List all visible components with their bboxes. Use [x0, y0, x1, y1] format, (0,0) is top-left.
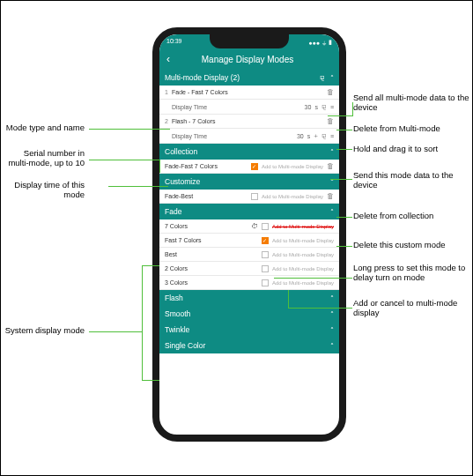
mode-name: Fast 7 Colors: [165, 237, 202, 243]
plus-icon[interactable]: +: [314, 132, 318, 140]
section-title: Single Color: [165, 341, 205, 350]
callout-line: [288, 290, 289, 308]
section-title: Collection: [165, 147, 197, 156]
fade-item-1[interactable]: 7 Colors ⏱ Add to Multi-mode Display: [159, 219, 339, 234]
time-value: 30: [305, 104, 312, 110]
mode-name: Flash - 7 Colors: [172, 118, 215, 124]
annotation: Serial number in multi-mode, up to 10: [1, 149, 85, 168]
callout-line: [336, 246, 352, 247]
multi-item-1-time[interactable]: Display Time 30 s ⚼ ≡: [159, 100, 339, 115]
drag-handle-icon[interactable]: ≡: [330, 133, 334, 139]
callout-line: [330, 179, 352, 180]
annotation: Delete from Multi-mode: [353, 124, 440, 134]
checkbox[interactable]: [262, 251, 269, 258]
callout-line: [336, 130, 352, 130]
wifi-icon: ⏚: [322, 40, 326, 46]
delete-icon[interactable]: 🗑: [327, 162, 334, 170]
bluetooth-icon[interactable]: ⚼: [321, 102, 327, 111]
chevron-up-icon[interactable]: ˄: [330, 310, 334, 318]
annotation: Send this mode data to the device: [353, 171, 472, 190]
mode-name: 3 Colors: [165, 279, 188, 286]
customize-item[interactable]: Fade-Best Add to Multi-mode Display 🗑: [159, 190, 339, 204]
hint-text: Add to Multi-mode Display: [262, 164, 323, 169]
callout-line: [328, 115, 352, 116]
delete-icon[interactable]: 🗑: [327, 192, 334, 200]
hint-text: Add to Multi-mode Display: [262, 194, 323, 199]
chevron-up-icon[interactable]: ˄: [330, 74, 334, 82]
time-unit: s: [314, 104, 318, 110]
time-value: 30: [297, 133, 304, 139]
annotation: Delete this custom mode: [353, 241, 446, 250]
section-customize[interactable]: Customize ˄: [159, 174, 339, 190]
hint-text: Add to Multi-mode Display: [272, 266, 334, 271]
section-collection[interactable]: Collection ˄: [159, 144, 339, 160]
status-time: 10:39: [166, 38, 182, 47]
callout-line: [336, 149, 352, 150]
delete-icon[interactable]: 🗑: [327, 88, 334, 96]
time-label: Display Time: [172, 133, 207, 139]
notch: [210, 34, 289, 48]
battery-icon: ▮: [329, 39, 332, 46]
time-unit: s: [307, 133, 311, 139]
callout-line: [159, 160, 160, 173]
checkbox[interactable]: [262, 279, 269, 286]
checkbox[interactable]: [251, 193, 258, 200]
serial-number: 2: [165, 118, 172, 124]
chevron-up-icon[interactable]: ˄: [330, 342, 334, 350]
callout-line: [274, 278, 352, 279]
annotation: Add or cancel to multi-mode display: [353, 299, 472, 318]
checkbox[interactable]: [262, 223, 269, 230]
section-title: Flash: [165, 294, 183, 302]
checkbox[interactable]: [251, 163, 258, 170]
annotation: Long press to set this mode to delay tur…: [353, 264, 472, 283]
multi-item-1[interactable]: 1 Fade - Fast 7 Colors 🗑: [159, 86, 339, 100]
fade-item-4[interactable]: 2 Colors Add to Multi-mode Display: [159, 262, 339, 276]
annotation: Display time of this mode: [1, 181, 85, 200]
annotation: System display mode: [5, 326, 85, 336]
hint-text: Add to Multi-mode Display: [272, 252, 334, 257]
section-single-color[interactable]: Single Color ˄: [159, 338, 339, 353]
delete-icon[interactable]: 🗑: [327, 117, 334, 125]
mode-name: Fade-Fast 7 Colors: [165, 163, 218, 169]
hint-text: Add to Multi-mode Display: [272, 224, 334, 229]
annotation: Hold and drag it to sort: [353, 145, 438, 154]
multi-item-2[interactable]: 2 Flash - 7 Colors 🗑: [159, 115, 339, 129]
annotation: Send all multi-mode data to the device: [353, 93, 472, 113]
bluetooth-icon[interactable]: ⚼: [320, 73, 325, 82]
callout-line: [89, 331, 142, 332]
callout-line: [89, 129, 170, 130]
clock-icon[interactable]: ⏱: [251, 222, 258, 230]
time-label: Display Time: [172, 104, 207, 110]
callout-line: [352, 102, 353, 116]
section-multi-mode[interactable]: Multi-mode Display (2) ⚼ ˄: [159, 70, 339, 86]
chevron-up-icon[interactable]: ˄: [330, 326, 334, 334]
chevron-up-icon[interactable]: ˄: [330, 208, 334, 216]
callout-line: [336, 217, 352, 218]
section-twinkle[interactable]: Twinkle ˄: [159, 322, 339, 338]
section-title: Smooth: [165, 309, 190, 318]
hint-text: Add to Multi-mode Display: [272, 238, 334, 243]
phone-frame: 10:39 ●●● ⏚ ▮ ‹ Manage Display Modes Mul…: [152, 27, 346, 442]
chevron-up-icon[interactable]: ˄: [330, 294, 334, 302]
section-title: Multi-mode Display (2): [165, 73, 240, 82]
collection-item[interactable]: Fade-Fast 7 Colors Add to Multi-mode Dis…: [159, 160, 339, 174]
bluetooth-icon[interactable]: ⚼: [321, 131, 327, 140]
section-flash[interactable]: Flash ˄: [159, 290, 339, 306]
hint-text: Add to Multi-mode Display: [272, 280, 334, 286]
fade-item-3[interactable]: Best Add to Multi-mode Display: [159, 248, 339, 262]
annotation: Mode type and name: [6, 123, 85, 133]
section-fade[interactable]: Fade ˄: [159, 204, 339, 219]
multi-item-2-time[interactable]: Display Time 30 s + ⚼ ≡: [159, 129, 339, 144]
section-title: Twinkle: [165, 325, 189, 334]
signal-icon: ●●●: [308, 40, 320, 46]
header: ‹ Manage Display Modes: [159, 48, 339, 70]
fade-item-2[interactable]: Fast 7 Colors Add to Multi-mode Display: [159, 234, 339, 248]
callout-line: [89, 160, 159, 160]
mode-name: Fade - Fast 7 Colors: [172, 89, 228, 95]
drag-handle-icon[interactable]: ≡: [330, 104, 334, 110]
checkbox[interactable]: [262, 237, 269, 244]
checkbox[interactable]: [262, 265, 269, 272]
section-title: Fade: [165, 207, 181, 216]
mode-name: Best: [165, 251, 177, 257]
chevron-up-icon[interactable]: ˄: [330, 148, 334, 156]
